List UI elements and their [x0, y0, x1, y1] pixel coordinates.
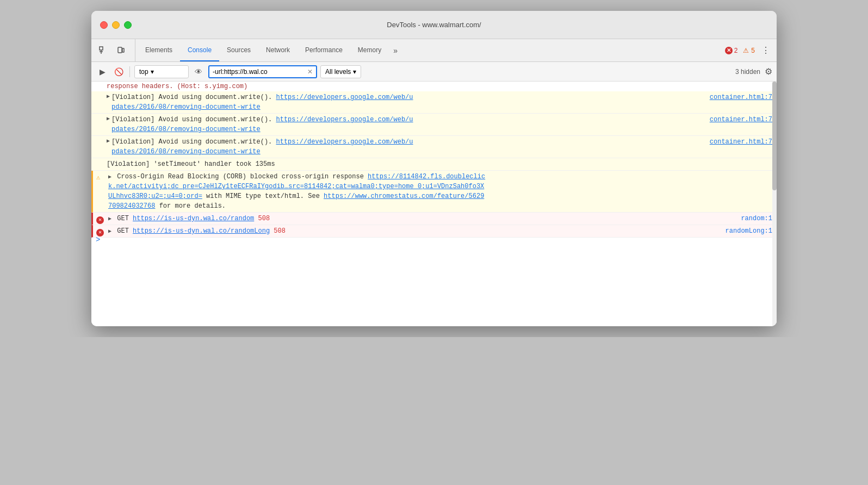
violation1-source-link[interactable]: container.html:7	[710, 92, 772, 102]
console-toolbar: ▶ 🚫 top ▾ 👁 ✕ All levels ▾ 3 hidden ⚙	[91, 62, 777, 82]
tab-network[interactable]: Network	[258, 39, 297, 61]
log-line-error2: ✕ ▶ GET https://is-us-dyn.wal.co/randomL…	[91, 225, 777, 238]
error1-expand-icon[interactable]: ▶	[108, 215, 111, 223]
hidden-count-label: 3 hidden	[735, 68, 760, 76]
expand-arrow-icon[interactable]: ▶	[107, 137, 110, 145]
filter-input-wrap: ✕	[208, 65, 317, 78]
eye-button[interactable]: 👁	[192, 65, 205, 78]
error1-source[interactable]: random:1	[736, 214, 772, 223]
device-toggle-icon[interactable]	[113, 43, 128, 58]
log-line-response-header: response headers. (Host: s.yimg.com)	[91, 82, 777, 91]
violation1-link2[interactable]: pdates/2016/08/removing-document-write	[111, 103, 261, 111]
log-line-corb: ⚠ ▶ Cross-Origin Read Blocking (CORB) bl…	[91, 171, 777, 213]
hidden-count-area: 3 hidden ⚙	[735, 66, 772, 77]
corb-expand-icon[interactable]: ▶	[108, 173, 111, 181]
clear-console-button[interactable]: 🚫	[112, 65, 125, 78]
svg-rect-4	[122, 48, 124, 52]
tab-memory[interactable]: Memory	[350, 39, 389, 61]
violation2-source-link[interactable]: container.html:7	[710, 115, 772, 125]
log-line-error1: ✕ ▶ GET https://is-us-dyn.wal.co/random …	[91, 213, 777, 225]
log-line-violation3: ▶ [Violation] Avoid using document.write…	[91, 136, 777, 158]
level-chevron-icon: ▾	[353, 68, 356, 76]
log-level-selector[interactable]: All levels ▾	[320, 65, 361, 78]
violation3-source-link[interactable]: container.html:7	[710, 137, 772, 147]
error1-url-link[interactable]: https://is-us-dyn.wal.co/random	[133, 215, 254, 222]
console-prompt: >	[96, 235, 100, 244]
warning-count-badge[interactable]: ⚠ 5	[742, 47, 755, 54]
error-icon: ✕	[725, 47, 733, 54]
context-chevron-icon: ▾	[151, 68, 154, 76]
console-settings-button[interactable]: ⚙	[765, 66, 772, 77]
tabbar-right: ✕ 2 ⚠ 5 ⋮	[725, 39, 772, 61]
log-line-violation1: ▶ [Violation] Avoid using document.write…	[91, 91, 777, 114]
error2-status: 508	[274, 227, 286, 235]
devtools-menu-button[interactable]: ⋮	[759, 44, 772, 57]
error2-expand-icon[interactable]: ▶	[108, 227, 111, 235]
console-content: response headers. (Host: s.yimg.com) ▶ […	[91, 82, 777, 326]
tab-sources[interactable]: Sources	[219, 39, 258, 61]
warning-triangle-icon: ⚠	[96, 173, 100, 183]
console-input-line: >	[91, 238, 777, 242]
tab-console[interactable]: Console	[180, 39, 219, 61]
filter-input[interactable]	[213, 68, 305, 76]
violation3-link1[interactable]: https://developers.google.com/web/u	[276, 138, 413, 146]
expand-arrow-icon[interactable]: ▶	[107, 92, 110, 101]
more-tabs-button[interactable]: »	[389, 39, 402, 61]
error1-status: 508	[258, 215, 270, 222]
context-selector[interactable]: top ▾	[134, 65, 189, 78]
maximize-button[interactable]	[124, 21, 132, 29]
tab-performance[interactable]: Performance	[297, 39, 350, 61]
warning-icon: ⚠	[742, 47, 749, 54]
svg-rect-0	[100, 47, 103, 50]
tab-elements[interactable]: Elements	[138, 39, 180, 61]
minimize-button[interactable]	[112, 21, 120, 29]
error-circle-icon: ✕	[96, 215, 104, 225]
violation3-link2[interactable]: pdates/2016/08/removing-document-write	[111, 148, 261, 156]
log-line-timeout: [Violation] 'setTimeout' handler took 13…	[91, 158, 777, 171]
devtools-window: DevTools - www.walmart.com/ Elements	[91, 11, 777, 326]
violation2-link1[interactable]: https://developers.google.com/web/u	[276, 116, 413, 123]
traffic-lights	[100, 21, 132, 29]
devtools-icons	[96, 39, 135, 61]
inspect-icon[interactable]	[96, 43, 111, 58]
violation1-link1[interactable]: https://developers.google.com/web/u	[276, 94, 413, 101]
error-count-badge[interactable]: ✕ 2	[725, 47, 738, 54]
error2-source[interactable]: randomLong:1	[721, 226, 772, 236]
close-button[interactable]	[100, 21, 108, 29]
run-scripts-button[interactable]: ▶	[96, 65, 109, 78]
log-line-violation2: ▶ [Violation] Avoid using document.write…	[91, 114, 777, 136]
filter-clear-button[interactable]: ✕	[307, 68, 313, 76]
window-title: DevTools - www.walmart.com/	[387, 21, 481, 29]
svg-rect-3	[118, 47, 122, 53]
scrollbar-thumb[interactable]	[772, 82, 777, 190]
violation2-link2[interactable]: pdates/2016/08/removing-document-write	[111, 126, 261, 133]
tab-bar: Elements Console Sources Network Perform…	[91, 39, 777, 62]
expand-arrow-icon[interactable]: ▶	[107, 115, 110, 123]
error2-url-link[interactable]: https://is-us-dyn.wal.co/randomLong	[133, 227, 270, 235]
titlebar: DevTools - www.walmart.com/	[91, 11, 777, 39]
toolbar-divider	[129, 66, 130, 77]
scrollbar-track[interactable]	[772, 82, 777, 326]
